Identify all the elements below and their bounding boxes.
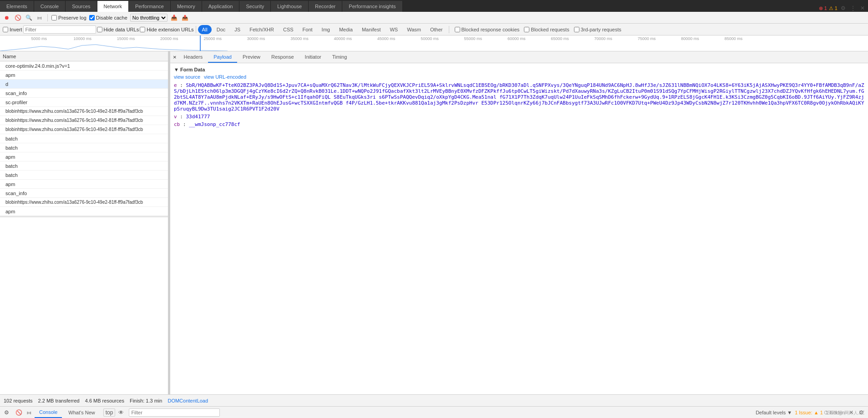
console-clear-icon[interactable]: 🚫 [14, 409, 24, 416]
disable-cache-label[interactable]: Disable cache [89, 15, 127, 20]
file-list-header: Name [0, 51, 168, 61]
tab-sources[interactable]: Sources [66, 1, 97, 12]
filter-fetch-btn[interactable]: Fetch/XHR [245, 25, 278, 34]
tab-security[interactable]: Security [239, 1, 271, 12]
preserve-log-label[interactable]: Preserve log [51, 15, 86, 20]
whats-new-tab[interactable]: What's New [64, 407, 99, 418]
file-row-1[interactable]: apm [0, 71, 168, 80]
file-row-6[interactable]: blobinhttps://www.zhihu.com/a13a6276-9c1… [0, 116, 168, 125]
console-filter-icon[interactable]: ⧦ [25, 409, 33, 416]
file-row-3[interactable]: scan_info [0, 89, 168, 98]
tab-application[interactable]: Application [202, 1, 240, 12]
view-url-encoded-link[interactable]: view URL-encoded [204, 74, 246, 80]
tab-elements[interactable]: Elements [0, 1, 34, 12]
timeline-label-5: 25000 ms [203, 36, 222, 41]
file-row-11[interactable]: batch [0, 161, 168, 171]
third-party-checkbox[interactable] [574, 27, 579, 32]
file-row-10[interactable]: apm [0, 152, 168, 161]
file-row-7[interactable]: blobinhttps://www.zhihu.com/a13a6276-9c1… [0, 125, 168, 134]
top-tab-bar: Elements Console Sources Network Perform… [0, 0, 868, 12]
settings-icon[interactable]: ⚙ [839, 5, 847, 12]
export-btn[interactable]: 📤 [181, 14, 189, 22]
resources-size: 4.6 MB resources [85, 398, 124, 403]
file-row-15[interactable]: blobinhttps://www.zhihu.com/a13a6276-9c1… [0, 198, 168, 207]
filter-js-btn[interactable]: JS [230, 25, 244, 34]
payload-field-cb: cb : __wmJsonp_cc778cf [174, 121, 864, 127]
file-row-9[interactable]: batch [0, 143, 168, 152]
console-filter-input[interactable] [129, 408, 220, 417]
file-row-5[interactable]: blobinhttps://www.zhihu.com/a13a6276-9c1… [0, 107, 168, 116]
sub-tab-response[interactable]: Response [266, 51, 299, 63]
field-key-v: v [174, 114, 177, 120]
filter-btn[interactable]: ⧦ [36, 14, 44, 22]
filter-ws-btn[interactable]: WS [386, 25, 402, 34]
invert-label[interactable]: Invert [3, 27, 22, 32]
hide-ext-urls-label[interactable]: Hide extension URLs [140, 27, 193, 32]
requests-count: 102 requests [4, 398, 33, 403]
form-data-header: ▼ Form Data [174, 67, 864, 72]
file-row-0[interactable]: core-optimiiv.24.0.min.js?v=1 [0, 61, 168, 71]
view-source-link[interactable]: view source [174, 74, 200, 80]
dom-content-load[interactable]: DOMContentLoad [168, 398, 208, 403]
console-eye-icon[interactable]: 👁 [117, 409, 125, 416]
file-row-2[interactable]: d [0, 80, 168, 89]
file-row-4[interactable]: sc-profiler [0, 98, 168, 107]
field-key-e: e [174, 82, 177, 88]
throttling-select[interactable]: No throttling Fast 3G Slow 3G [130, 14, 168, 22]
separator-2 [196, 26, 196, 33]
tab-memory[interactable]: Memory [171, 1, 202, 12]
console-top-select[interactable]: top [103, 408, 116, 417]
default-levels-btn[interactable]: Default levels ▼ [756, 410, 792, 415]
hide-ext-urls-checkbox[interactable] [140, 27, 145, 32]
blocked-requests-checkbox[interactable] [524, 27, 529, 32]
blocked-response-checkbox[interactable] [455, 27, 460, 32]
file-row-12[interactable]: batch [0, 171, 168, 180]
record-btn[interactable]: ⏺ [3, 14, 11, 22]
field-value-cb: __wmJsonp_cc778cf [189, 121, 240, 127]
sub-tab-timing[interactable]: Timing [327, 51, 353, 63]
filter-doc-btn[interactable]: Doc [213, 25, 230, 34]
file-name-5: blobinhttps://www.zhihu.com/a13a6276-9c1… [5, 109, 166, 114]
console-tab[interactable]: Console [35, 407, 62, 418]
tab-lighthouse[interactable]: Lighthouse [271, 1, 309, 12]
file-row-16[interactable]: apm [0, 207, 168, 216]
tab-performance[interactable]: Performance [129, 1, 171, 12]
clear-btn[interactable]: 🚫 [14, 14, 22, 22]
filter-all-btn[interactable]: All [198, 25, 212, 34]
form-data-links: view source view URL-encoded [174, 74, 864, 80]
sub-tab-initiator[interactable]: Initiator [299, 51, 327, 63]
filter-font-btn[interactable]: Font [299, 25, 317, 34]
filter-input[interactable] [23, 25, 96, 34]
filter-wasm-btn[interactable]: Wasm [403, 25, 425, 34]
payload-content: ▼ Form Data view source view URL-encoded… [170, 63, 868, 394]
preserve-log-checkbox[interactable] [51, 15, 57, 20]
tab-console[interactable]: Console [34, 1, 66, 12]
disable-cache-checkbox[interactable] [89, 15, 95, 20]
hide-data-urls-label[interactable]: Hide data URLs [97, 27, 139, 32]
filter-img-btn[interactable]: Img [318, 25, 334, 34]
panel-close-btn[interactable]: × [173, 54, 177, 60]
import-btn[interactable]: 📥 [170, 14, 178, 22]
file-row-14[interactable]: scan_info [0, 189, 168, 198]
hide-data-urls-checkbox[interactable] [97, 27, 102, 32]
console-settings-icon[interactable]: ⚙ [3, 409, 10, 416]
invert-checkbox[interactable] [3, 27, 8, 32]
close-devtools-icon[interactable]: ✕ [859, 5, 866, 12]
file-row-13[interactable]: apm [0, 180, 168, 189]
sub-tab-payload[interactable]: Payload [208, 51, 237, 63]
filter-media-btn[interactable]: Media [335, 25, 357, 34]
tab-perf-insights[interactable]: Performance insights [342, 1, 402, 12]
file-row-8[interactable]: batch [0, 134, 168, 143]
more-tools-icon[interactable]: ⋮ [849, 5, 857, 12]
filter-css-btn[interactable]: CSS [279, 25, 298, 34]
third-party-label[interactable]: 3rd-party requests [574, 27, 621, 32]
sub-tab-headers[interactable]: Headers [178, 51, 208, 63]
sub-tab-preview[interactable]: Preview [237, 51, 266, 63]
tab-network[interactable]: Network [97, 1, 129, 12]
tab-recorder[interactable]: Recorder [309, 1, 342, 12]
filter-other-btn[interactable]: Other [426, 25, 447, 34]
search-btn[interactable]: 🔍 [25, 14, 33, 22]
blocked-requests-label[interactable]: Blocked requests [524, 27, 569, 32]
blocked-response-label[interactable]: Blocked response cookies [455, 27, 520, 32]
filter-manifest-btn[interactable]: Manifest [358, 25, 385, 34]
